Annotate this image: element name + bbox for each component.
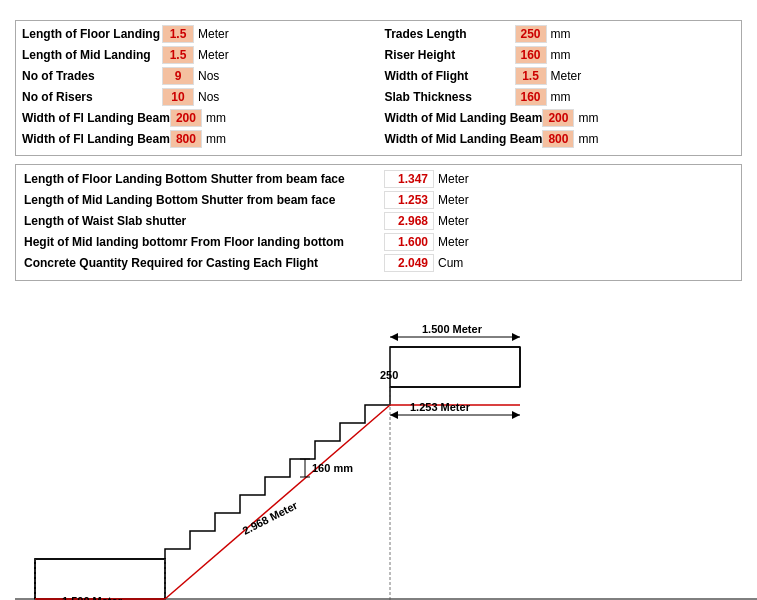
result-unit: Meter xyxy=(438,235,469,249)
result-label: Length of Floor Landing Bottom Shutter f… xyxy=(24,172,384,186)
input-value[interactable]: 250 xyxy=(515,25,547,43)
svg-text:250: 250 xyxy=(380,369,398,381)
input-value[interactable]: 200 xyxy=(170,109,202,127)
result-row-3: Hegit of Mid landing bottomr From Floor … xyxy=(24,233,733,251)
svg-text:1.500 Meter: 1.500 Meter xyxy=(62,595,123,600)
input-row-right-1: Riser Height 160 mm xyxy=(385,46,736,64)
result-value: 2.049 xyxy=(384,254,434,272)
svg-text:1.253 Meter: 1.253 Meter xyxy=(410,401,471,413)
input-row-left-2: No of Trades 9 Nos xyxy=(22,67,373,85)
input-label: Slab Thickness xyxy=(385,90,515,104)
result-unit: Meter xyxy=(438,214,469,228)
stair-diagram: 160 mm 1.500 Meter 250 1.253 Meter 1.500… xyxy=(15,289,757,600)
input-row-right-4: Width of Mid Landing Beam 200 mm xyxy=(385,109,736,127)
input-label: Trades Length xyxy=(385,27,515,41)
input-label: Length of Floor Landing xyxy=(22,27,162,41)
input-unit: mm xyxy=(206,111,226,125)
input-row-right-5: Width of Mid Landing Beam 800 mm xyxy=(385,130,736,148)
svg-line-7 xyxy=(165,405,390,599)
svg-text:160 mm: 160 mm xyxy=(312,462,353,474)
result-unit: Cum xyxy=(438,256,463,270)
input-row-left-3: No of Risers 10 Nos xyxy=(22,88,373,106)
input-label: Width of Flight xyxy=(385,69,515,83)
result-value: 1.600 xyxy=(384,233,434,251)
svg-text:2.968 Meter: 2.968 Meter xyxy=(240,499,299,537)
input-unit: Nos xyxy=(198,69,219,83)
result-value: 2.968 xyxy=(384,212,434,230)
input-unit: Nos xyxy=(198,90,219,104)
result-value: 1.347 xyxy=(384,170,434,188)
input-label: No of Trades xyxy=(22,69,162,83)
svg-marker-15 xyxy=(390,333,398,341)
input-value[interactable]: 1.5 xyxy=(162,25,194,43)
input-label: Width of Mid Landing Beam xyxy=(385,132,543,146)
input-label: Width of Mid Landing Beam xyxy=(385,111,543,125)
result-unit: Meter xyxy=(438,193,469,207)
svg-marker-16 xyxy=(512,333,520,341)
input-label: No of Risers xyxy=(22,90,162,104)
input-col-right: Trades Length 250 mm Riser Height 160 mm… xyxy=(379,21,742,155)
svg-rect-1 xyxy=(35,559,165,599)
input-grid: Length of Floor Landing 1.5 Meter Length… xyxy=(15,20,742,156)
input-row-left-1: Length of Mid Landing 1.5 Meter xyxy=(22,46,373,64)
input-value[interactable]: 1.5 xyxy=(162,46,194,64)
page: Length of Floor Landing 1.5 Meter Length… xyxy=(0,0,757,600)
input-value[interactable]: 160 xyxy=(515,46,547,64)
input-row-left-0: Length of Floor Landing 1.5 Meter xyxy=(22,25,373,43)
input-value[interactable]: 160 xyxy=(515,88,547,106)
result-label: Length of Mid Landing Bottom Shutter fro… xyxy=(24,193,384,207)
input-unit: Meter xyxy=(198,27,229,41)
input-label: Length of Mid Landing xyxy=(22,48,162,62)
input-label: Width of Fl Landing Beam xyxy=(22,132,170,146)
results-box: Length of Floor Landing Bottom Shutter f… xyxy=(15,164,742,281)
input-row-right-2: Width of Flight 1.5 Meter xyxy=(385,67,736,85)
input-unit: mm xyxy=(206,132,226,146)
result-label: Hegit of Mid landing bottomr From Floor … xyxy=(24,235,384,249)
input-value[interactable]: 1.5 xyxy=(515,67,547,85)
input-label: Width of Fl Landing Beam xyxy=(22,111,170,125)
result-row-4: Concrete Quantity Required for Casting E… xyxy=(24,254,733,272)
input-unit: mm xyxy=(551,48,571,62)
input-value[interactable]: 10 xyxy=(162,88,194,106)
result-unit: Meter xyxy=(438,172,469,186)
result-label: Length of Waist Slab shutter xyxy=(24,214,384,228)
input-value[interactable]: 9 xyxy=(162,67,194,85)
input-col-left: Length of Floor Landing 1.5 Meter Length… xyxy=(16,21,379,155)
svg-marker-20 xyxy=(390,411,398,419)
input-row-left-4: Width of Fl Landing Beam 200 mm xyxy=(22,109,373,127)
result-value: 1.253 xyxy=(384,191,434,209)
input-unit: Meter xyxy=(551,69,582,83)
input-label: Riser Height xyxy=(385,48,515,62)
input-unit: mm xyxy=(551,90,571,104)
input-unit: mm xyxy=(578,132,598,146)
result-row-1: Length of Mid Landing Bottom Shutter fro… xyxy=(24,191,733,209)
svg-text:1.500 Meter: 1.500 Meter xyxy=(422,323,483,335)
result-row-0: Length of Floor Landing Bottom Shutter f… xyxy=(24,170,733,188)
input-value[interactable]: 800 xyxy=(170,130,202,148)
input-row-left-5: Width of Fl Landing Beam 800 mm xyxy=(22,130,373,148)
svg-marker-21 xyxy=(512,411,520,419)
svg-rect-3 xyxy=(390,347,520,387)
result-row-2: Length of Waist Slab shutter 2.968 Meter xyxy=(24,212,733,230)
stair-svg: 160 mm 1.500 Meter 250 1.253 Meter 1.500… xyxy=(15,289,757,600)
input-value[interactable]: 800 xyxy=(542,130,574,148)
input-row-right-3: Slab Thickness 160 mm xyxy=(385,88,736,106)
input-unit: Meter xyxy=(198,48,229,62)
input-row-right-0: Trades Length 250 mm xyxy=(385,25,736,43)
input-unit: mm xyxy=(578,111,598,125)
input-value[interactable]: 200 xyxy=(542,109,574,127)
input-unit: mm xyxy=(551,27,571,41)
result-label: Concrete Quantity Required for Casting E… xyxy=(24,256,384,270)
